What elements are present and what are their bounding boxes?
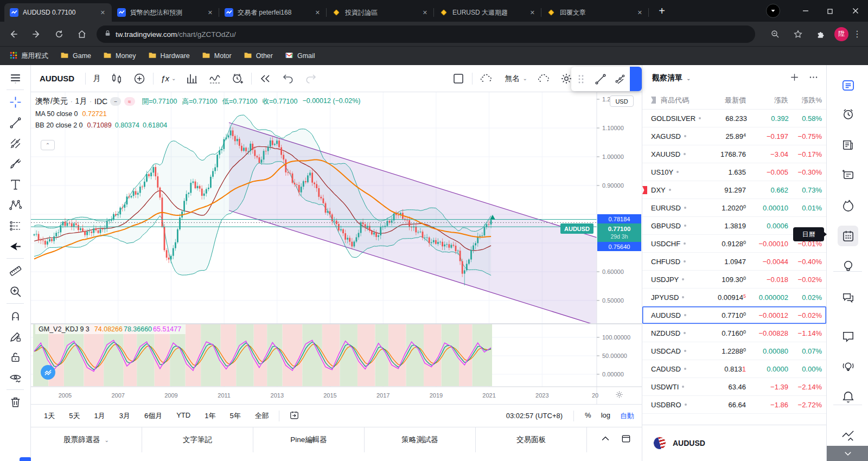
menu-icon[interactable] bbox=[5, 67, 25, 88]
sidebar-collapse-chevron[interactable] bbox=[827, 446, 868, 461]
new-tab-button[interactable]: + bbox=[654, 3, 669, 18]
cloud-name-button[interactable]: 無名⌄ bbox=[497, 68, 532, 89]
watchlist-row[interactable]: JPYUSD0.0091450.0000020.02% bbox=[642, 289, 826, 306]
cloud-save-button[interactable] bbox=[532, 68, 555, 89]
watchlist-row[interactable]: XAUUSD1768.76−3.04−0.17% bbox=[642, 145, 826, 163]
bookmark-item[interactable]: Hardware bbox=[144, 49, 194, 63]
lock-all-icon[interactable] bbox=[5, 347, 25, 367]
crosshair-icon[interactable] bbox=[5, 92, 25, 112]
timeframe-button[interactable]: 1年 bbox=[205, 411, 215, 421]
hotlists-icon[interactable] bbox=[838, 195, 858, 215]
multi-line-tool-icon[interactable] bbox=[610, 69, 630, 89]
url-bar[interactable]: tw.tradingview.com/chart/gZCTOdZu/ bbox=[97, 25, 755, 43]
bookmark-item[interactable]: Other bbox=[239, 49, 277, 63]
bookmark-item[interactable]: Motor bbox=[197, 49, 236, 63]
watchlist-icon[interactable] bbox=[838, 75, 858, 95]
timeframe-button[interactable]: 6個月 bbox=[144, 411, 162, 421]
alerts-clock-icon[interactable] bbox=[838, 104, 858, 124]
watchlist-row[interactable]: DXY91.2970.6620.73% bbox=[642, 181, 826, 199]
undo-button[interactable] bbox=[277, 68, 299, 89]
scale-button-自動[interactable]: 自動 bbox=[620, 411, 634, 421]
data-window-icon[interactable] bbox=[838, 164, 858, 185]
indicator-name[interactable]: GM_V2_KDJ 9 3 bbox=[39, 325, 90, 333]
timeframe-button[interactable]: YTD bbox=[176, 411, 190, 421]
tab-close-icon[interactable]: ✕ bbox=[206, 8, 215, 17]
bottom-tab[interactable]: Pine編輯器 bbox=[253, 427, 365, 452]
clock-time[interactable]: 03:02:57 (UTC+8) bbox=[506, 412, 563, 420]
gann-fib-icon[interactable] bbox=[5, 133, 25, 153]
private-chat-icon[interactable] bbox=[838, 326, 858, 347]
watchlist-row[interactable]: USDCAD1.228800.000800.07% bbox=[642, 342, 826, 360]
timeframe-button[interactable]: 1天 bbox=[44, 411, 55, 421]
watchlist-add-icon[interactable] bbox=[789, 72, 800, 85]
watchlist-row[interactable]: NZDUSD0.71600−0.00828−1.14% bbox=[642, 324, 826, 342]
column-header[interactable]: 漲跌% bbox=[788, 95, 822, 105]
watchlist-row[interactable]: AUDUSD0.77100−0.00012−0.02% bbox=[642, 306, 826, 324]
watchlist-row[interactable]: GOLDSILVER68.2330.3920.58% bbox=[642, 110, 826, 127]
zigzag-arrows-icon[interactable] bbox=[838, 425, 858, 445]
chart-type-candles-button[interactable] bbox=[105, 68, 128, 89]
browser-tab[interactable]: EURUSD 大週期趨✕ bbox=[434, 3, 541, 22]
home-button[interactable] bbox=[73, 25, 91, 43]
timeframe-button[interactable]: 1月 bbox=[94, 411, 105, 421]
symbol-button[interactable]: AUDUSD bbox=[31, 68, 83, 89]
arrow-cursor-icon[interactable] bbox=[5, 236, 25, 257]
scale-button-%[interactable]: % bbox=[585, 411, 591, 421]
trend-line-icon[interactable] bbox=[5, 112, 25, 133]
legend-collapse-button[interactable]: ⌃ bbox=[41, 140, 55, 150]
compare-add-button[interactable] bbox=[128, 68, 151, 89]
zoom-in-icon[interactable] bbox=[5, 281, 25, 302]
bottom-tab[interactable]: 股票篩選器⌄ bbox=[31, 427, 142, 452]
toolbar-hide-handle[interactable] bbox=[20, 457, 31, 461]
trend-tool-icon[interactable] bbox=[591, 69, 610, 89]
bottom-tab[interactable]: 文字筆記 bbox=[142, 427, 253, 452]
window-close-button[interactable] bbox=[843, 0, 868, 22]
forward-button[interactable] bbox=[27, 25, 46, 43]
watchlist-row[interactable]: USDWTI63.46−1.39−2.14% bbox=[642, 378, 826, 396]
xabcd-pattern-icon[interactable] bbox=[5, 195, 25, 215]
forecast-icon[interactable] bbox=[5, 215, 25, 236]
hide-drawings-icon[interactable] bbox=[5, 367, 25, 388]
timeframe-button[interactable]: 5天 bbox=[69, 411, 80, 421]
zoom-out-icon[interactable] bbox=[766, 25, 784, 43]
tab-close-icon[interactable]: ✕ bbox=[313, 8, 322, 17]
watchlist-row[interactable]: CHFUSD1.0947−0.0044−0.40% bbox=[642, 253, 826, 271]
chart-patterns-button[interactable] bbox=[203, 68, 226, 89]
browser-tab[interactable]: 回覆文章✕ bbox=[541, 3, 649, 22]
alert-add-button[interactable] bbox=[226, 68, 249, 89]
browser-tab[interactable]: 貨幣的想法和預測✕ bbox=[112, 3, 219, 22]
browser-tab[interactable]: 交易者 peterfei168✕ bbox=[219, 3, 327, 22]
browser-tab[interactable]: AUDUSD 0.77100✕ bbox=[4, 3, 112, 22]
currency-button[interactable]: USD bbox=[610, 95, 634, 107]
interval-button[interactable]: 月 bbox=[88, 68, 105, 89]
axis-settings-gear-icon[interactable] bbox=[615, 390, 624, 401]
bookmark-item[interactable]: Gmail bbox=[280, 49, 320, 63]
tab-close-icon[interactable]: ✕ bbox=[98, 8, 107, 17]
drag-handle-icon[interactable] bbox=[571, 69, 591, 89]
column-header[interactable]: 漲跌 bbox=[746, 95, 788, 105]
browser-media-button[interactable] bbox=[766, 4, 780, 18]
legend-approx-pill[interactable]: ≈ bbox=[124, 97, 135, 106]
panel-collapse-icon[interactable] bbox=[600, 433, 611, 446]
reload-button[interactable] bbox=[50, 25, 68, 43]
goto-date-icon[interactable] bbox=[289, 410, 299, 422]
watchlist-row[interactable]: EURUSD1.202000.000100.01% bbox=[642, 199, 826, 217]
bookmark-star-icon[interactable] bbox=[789, 25, 807, 43]
bookmark-item[interactable]: 應用程式 bbox=[5, 49, 53, 63]
tab-close-icon[interactable]: ✕ bbox=[420, 8, 430, 17]
price-chart[interactable]: 1.21.100001.000000.900000.600000.5000010… bbox=[31, 92, 642, 404]
symbol-title[interactable]: 澳幣/美元 bbox=[35, 97, 68, 106]
news-icon[interactable] bbox=[838, 135, 858, 155]
ruler-icon[interactable] bbox=[5, 260, 25, 281]
watchlist-row[interactable]: USDJPY109.300−0.018−0.02% bbox=[642, 271, 826, 289]
text-icon[interactable] bbox=[5, 174, 25, 195]
tab-close-icon[interactable]: ✕ bbox=[528, 8, 537, 17]
bb-label[interactable]: BB 20 close 2 0 bbox=[35, 121, 83, 129]
bottom-tab[interactable]: 交易面板 bbox=[476, 427, 587, 452]
column-header[interactable]: 商品代碼 bbox=[651, 95, 699, 105]
tab-close-icon[interactable]: ✕ bbox=[635, 8, 644, 17]
ma-label[interactable]: MA 50 close 0 bbox=[35, 110, 78, 118]
back-button[interactable] bbox=[4, 25, 23, 43]
bottom-tab[interactable]: 策略測試器 bbox=[365, 427, 476, 452]
extensions-puzzle-icon[interactable] bbox=[812, 25, 830, 43]
